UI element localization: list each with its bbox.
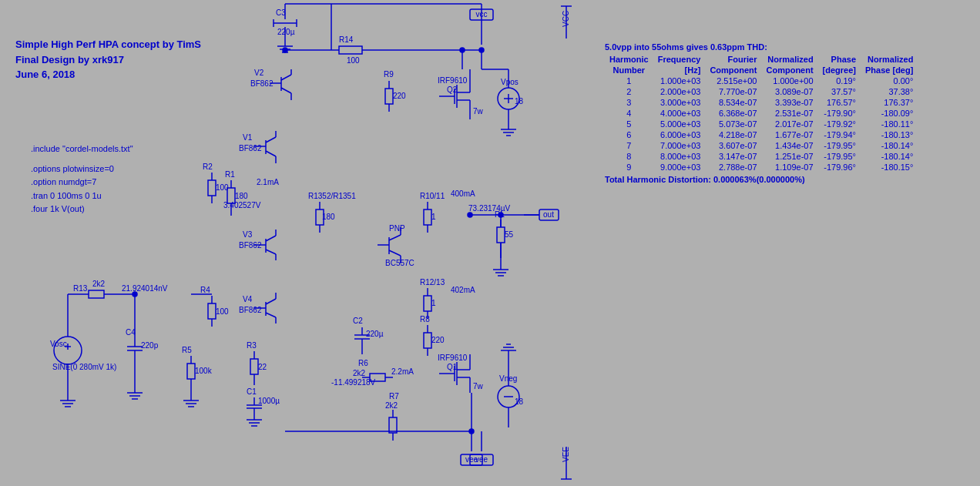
thd-cell: -179.94°	[818, 129, 861, 140]
svg-text:V3: V3	[243, 230, 253, 239]
thd-cell: 2.000e+03	[653, 86, 706, 97]
thd-cell: 1.109e-07	[762, 162, 818, 173]
thd-cell: 37.38°	[861, 86, 918, 97]
thd-cell: -180.11°	[861, 119, 918, 129]
svg-text:VEE: VEE	[562, 447, 570, 462]
svg-text:73.23174µV: 73.23174µV	[468, 204, 510, 213]
svg-line-177	[389, 250, 401, 256]
thd-cell: -180.14°	[861, 140, 918, 151]
thd-data-row: 55.000e+035.073e-072.017e-07-179.92°-180…	[605, 119, 918, 129]
svg-rect-124	[250, 359, 258, 374]
svg-text:7w: 7w	[473, 382, 484, 390]
svg-text:PNP: PNP	[389, 224, 405, 233]
thd-header-row2: Number [Hz] Component Component [degree]…	[605, 65, 918, 75]
thd-cell: 7.000e+03	[653, 140, 706, 151]
svg-text:IRF9610: IRF9610	[438, 354, 468, 362]
svg-text:vee: vee	[465, 455, 478, 464]
svg-text:1000µ: 1000µ	[258, 397, 280, 405]
svg-text:V4: V4	[243, 295, 253, 303]
thd-col-phase-deg: Phase [deg]	[861, 65, 918, 75]
svg-text:1: 1	[431, 213, 436, 221]
svg-text:Vpos: Vpos	[501, 78, 519, 86]
svg-text:18: 18	[515, 97, 524, 106]
thd-data-row: 33.000e+038.534e-073.393e-07176.57°176.3…	[605, 97, 918, 108]
thd-cell: -180.15°	[861, 162, 918, 173]
svg-text:-11.499218V: -11.499218V	[331, 378, 376, 387]
svg-text:180: 180	[235, 192, 248, 200]
svg-text:R5: R5	[182, 346, 192, 354]
svg-text:C1: C1	[247, 387, 257, 396]
thd-data-row: 77.000e+033.607e-071.434e-07-179.95°-180…	[605, 140, 918, 151]
svg-line-80	[266, 137, 276, 142]
thd-cell: 6	[605, 129, 653, 140]
thd-col-number: Number	[605, 65, 653, 75]
svg-line-114	[266, 313, 276, 317]
svg-text:220µ: 220µ	[366, 330, 384, 338]
thd-cell: 3.393e-07	[762, 97, 818, 108]
svg-text:R13: R13	[73, 284, 88, 293]
svg-text:22: 22	[258, 363, 267, 371]
svg-line-105	[266, 236, 276, 241]
thd-header-row1: Harmonic Frequency Fourier Normalized Ph…	[605, 54, 918, 65]
thd-cell: 3.607e-07	[705, 140, 761, 151]
thd-cell: 1.677e-07	[762, 129, 818, 140]
svg-text:R7: R7	[389, 392, 399, 401]
thd-cell: 3.089e-07	[762, 86, 818, 97]
svg-text:220: 220	[431, 336, 445, 344]
svg-text:100: 100	[347, 56, 360, 65]
svg-line-106	[266, 250, 276, 254]
svg-point-255	[469, 429, 474, 434]
thd-data-row: 88.000e+033.147e-071.251e-07-179.95°-180…	[605, 151, 918, 162]
svg-line-72	[281, 75, 291, 80]
svg-text:55: 55	[505, 230, 514, 239]
thd-col-norm-phase: Normalized	[861, 54, 918, 65]
thd-cell: 0.00°	[861, 75, 918, 86]
svg-rect-143	[89, 290, 104, 298]
thd-cell: 9.000e+03	[653, 162, 706, 173]
svg-text:R10/11: R10/11	[420, 192, 445, 200]
thd-col-freq: Frequency	[653, 54, 706, 65]
thd-cell: 4.000e+03	[653, 108, 706, 119]
svg-rect-183	[424, 209, 431, 225]
svg-text:R14: R14	[339, 35, 354, 44]
svg-text:18: 18	[515, 397, 524, 406]
thd-cell: 4.218e-07	[705, 129, 761, 140]
thd-cell: -179.96°	[818, 162, 861, 173]
thd-cell: 3.147e-07	[705, 151, 761, 162]
thd-cell: 6.000e+03	[653, 129, 706, 140]
thd-cell: 2.788e-07	[705, 162, 761, 173]
svg-rect-209	[424, 333, 431, 348]
svg-text:100k: 100k	[195, 367, 213, 375]
svg-text:Q2: Q2	[447, 85, 458, 94]
svg-text:V1: V1	[243, 133, 253, 142]
svg-text:2.1mA: 2.1mA	[257, 178, 279, 186]
thd-total: Total Harmonic Distortion: 0.000063%(0.0…	[605, 175, 918, 184]
thd-tbody: 11.000e+032.515e+001.000e+000.19°0.00°22…	[605, 75, 918, 173]
thd-cell: -180.13°	[861, 129, 918, 140]
thd-table: Harmonic Frequency Fourier Normalized Ph…	[605, 54, 918, 173]
thd-col-phase: Phase	[818, 54, 861, 65]
svg-text:C2: C2	[353, 317, 363, 325]
svg-text:R1352/R1351: R1352/R1351	[308, 192, 356, 200]
svg-text:C4: C4	[126, 328, 136, 337]
thd-col-fourier: Fourier	[705, 54, 761, 65]
thd-cell: -179.90°	[818, 108, 861, 119]
thd-section: 5.0vpp into 55ohms gives 0.63ppm THD: Ha…	[605, 42, 918, 184]
thd-cell: -179.92°	[818, 119, 861, 129]
svg-text:1: 1	[431, 299, 436, 307]
thd-col-degree: [degree]	[818, 65, 861, 75]
svg-line-113	[266, 299, 276, 304]
thd-cell: 1	[605, 75, 653, 86]
thd-cell: 7.770e-07	[705, 86, 761, 97]
svg-rect-65	[385, 89, 393, 104]
thd-cell: 5.000e+03	[653, 119, 706, 129]
thd-cell: 2.515e+00	[705, 75, 761, 86]
svg-text:2k2: 2k2	[385, 401, 398, 410]
thd-col-harmonic: Harmonic	[605, 54, 653, 65]
svg-text:2.2mA: 2.2mA	[391, 367, 414, 376]
thd-cell: 176.57°	[818, 97, 861, 108]
svg-text:BF862: BF862	[239, 306, 262, 314]
svg-rect-138	[187, 364, 195, 379]
thd-cell: 6.368e-07	[705, 108, 761, 119]
thd-cell: 8	[605, 151, 653, 162]
